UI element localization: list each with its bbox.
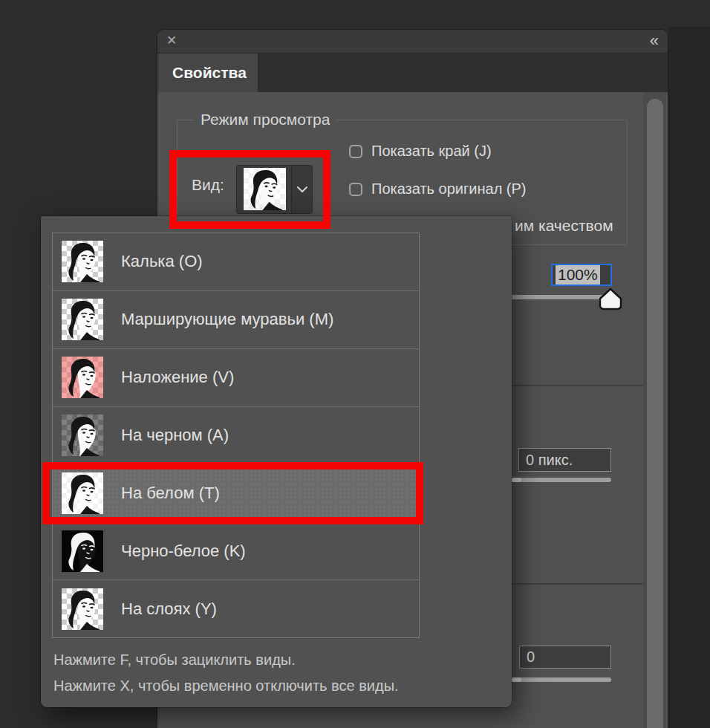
- tab-strip: Свойства: [157, 53, 668, 92]
- view-mode-item-3[interactable]: На черном (A): [53, 406, 419, 464]
- clipped-checkbox-label: им качеством: [515, 217, 613, 235]
- transparency-input[interactable]: 100%: [551, 264, 612, 286]
- radius-input[interactable]: 0 пикс.: [518, 448, 611, 472]
- view-thumbnail: [62, 588, 103, 630]
- view-mode-item-0[interactable]: Калька (O): [53, 233, 419, 290]
- view-mode-item-label: Калька (O): [121, 252, 203, 271]
- radius-value: 0 пикс.: [526, 452, 573, 469]
- view-thumbnail: [62, 472, 103, 514]
- view-label: Вид:: [192, 176, 224, 194]
- view-mode-item-4[interactable]: На белом (T): [53, 464, 419, 521]
- view-thumbnail: [62, 299, 103, 340]
- show-original-label: Показать оригинал (P): [371, 181, 527, 198]
- view-thumbnail: [62, 415, 103, 456]
- transparency-value: 100%: [556, 265, 600, 285]
- view-mode-legend: Режим просмотра: [194, 111, 336, 129]
- transparency-slider-handle[interactable]: [598, 287, 623, 311]
- slider-fill: [511, 677, 521, 682]
- view-mode-item-label: Черно-белое (K): [121, 542, 246, 561]
- view-mode-item-label: На черном (A): [121, 426, 229, 445]
- panel-header: ✕ «: [157, 30, 668, 53]
- scrollbar-thumb[interactable]: [647, 99, 663, 728]
- view-mode-item-6[interactable]: На слоях (Y): [53, 579, 419, 637]
- show-original-checkbox[interactable]: [349, 183, 362, 196]
- view-mode-list: Калька (O) Марширующие муравьи (M) Налож…: [52, 233, 420, 638]
- collapse-panel-icon[interactable]: «: [650, 31, 657, 51]
- tab-properties[interactable]: Свойства: [157, 53, 258, 92]
- current-view-thumbnail: [244, 168, 286, 210]
- view-thumbnail: [62, 241, 103, 282]
- view-mode-item-2[interactable]: Наложение (V): [53, 348, 419, 406]
- view-mode-item-label: На слоях (Y): [121, 599, 217, 619]
- hint-disable-views: Нажмите X, чтобы временно отключить все …: [53, 677, 399, 695]
- chevron-down-icon[interactable]: [291, 166, 312, 213]
- view-mode-item-label: На белом (T): [121, 484, 220, 503]
- view-thumbnail: [62, 530, 103, 572]
- show-original-row: Показать оригинал (P): [349, 181, 527, 198]
- radius-slider-track[interactable]: [511, 478, 611, 482]
- app-background-gutter: [668, 27, 710, 728]
- close-icon[interactable]: ✕: [166, 33, 177, 49]
- hint-cycle-views: Нажмите F, чтобы зациклить виды.: [53, 651, 296, 669]
- view-mode-item-label: Марширующие муравьи (M): [121, 310, 333, 329]
- view-select-dropdown[interactable]: [236, 165, 313, 214]
- show-edge-checkbox[interactable]: [349, 145, 362, 158]
- shift-input[interactable]: 0: [519, 646, 611, 669]
- view-mode-item-1[interactable]: Марширующие муравьи (M): [53, 290, 419, 348]
- view-mode-item-5[interactable]: Черно-белое (K): [53, 521, 419, 579]
- view-mode-item-label: Наложение (V): [121, 368, 234, 387]
- shift-slider-track[interactable]: [511, 677, 611, 682]
- show-edge-row: Показать край (J): [349, 143, 492, 160]
- view-mode-popup: Калька (O) Марширующие муравьи (M) Налож…: [41, 216, 512, 707]
- view-thumbnail: [62, 357, 103, 398]
- show-edge-label: Показать край (J): [371, 143, 492, 160]
- shift-value: 0: [527, 649, 535, 666]
- slider-fill: [511, 478, 521, 482]
